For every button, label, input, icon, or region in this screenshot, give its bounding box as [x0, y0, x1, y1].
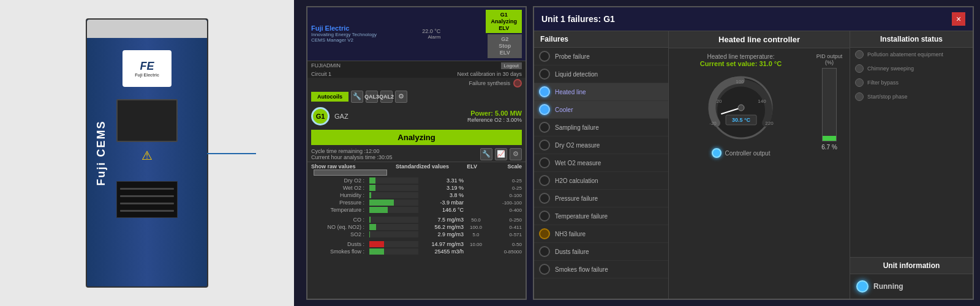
output-label: Controller output: [725, 150, 771, 157]
failure-item[interactable]: Smokes flow failure: [534, 261, 668, 278]
failure-led: [539, 264, 550, 275]
qal2-button[interactable]: QAL2: [380, 91, 393, 103]
hour-analysis: Current hour analysis time :30:05: [311, 154, 393, 160]
fuji-brand-label: Fuji Electric: [135, 73, 159, 77]
unit-info-body: Running: [850, 274, 973, 299]
g1-info: G1 GAZ Power: 5.00 MW Reference O2 : 3.0…: [307, 105, 526, 128]
failure-text: Heated line: [555, 89, 586, 95]
controller-column: Heated line controller Heated line tempe…: [669, 31, 850, 299]
failure-item[interactable]: Dusts failure: [534, 243, 668, 261]
g1-button[interactable]: G1 Analyzing ELV: [486, 10, 522, 33]
set-val: 31.0 °C: [759, 60, 782, 67]
username: FUJIADMIN: [311, 62, 341, 69]
analyzing-button[interactable]: Analyzing: [311, 130, 522, 145]
data-row: Wet O2 : 3.19 % 0-25: [307, 184, 526, 192]
right-body: Failures Probe failure Liquid detection …: [534, 31, 973, 299]
row-value: 7.5 mg/m3: [421, 217, 464, 223]
row-value: 146.6 °C: [421, 207, 464, 213]
elv-col-label: ELV: [458, 163, 487, 176]
alarm-label: Alarm: [428, 34, 440, 40]
row-label: Wet O2 :: [311, 185, 369, 191]
data-row: NO (eq. NO2) : 56.2 mg/m3 100.0 0-411: [307, 223, 526, 231]
raw-toggle[interactable]: [314, 170, 387, 176]
row-label: SO2 :: [311, 231, 369, 237]
install-text: Pollution abatement equipment: [867, 51, 943, 58]
gauge-area: Heated line temperature: Current set val…: [674, 53, 808, 294]
svg-text:100: 100: [736, 79, 744, 84]
tools-icon[interactable]: 🔧: [480, 148, 492, 160]
failure-item[interactable]: Sampling failure: [534, 119, 668, 136]
auto-button[interactable]: Autocoils: [311, 92, 349, 102]
failure-led: [539, 193, 550, 204]
failure-text: Dry O2 measure: [555, 142, 600, 149]
row-elv: 100.0: [464, 225, 488, 230]
g2-btn-elv: ELV: [492, 50, 517, 56]
row-value: 3.8 %: [421, 192, 464, 198]
set-value: Current set value: 31.0 °C: [700, 60, 782, 67]
data-row: Pressure : -3.9 mbar -100-100: [307, 199, 526, 206]
failure-item[interactable]: Temperature failure: [534, 207, 668, 225]
install-item: Chimney sweeping: [850, 62, 973, 76]
pid-value: 6.7 %: [821, 144, 837, 151]
header-temps: 22.0 °C Alarm: [422, 28, 440, 40]
row-value: 3.19 %: [421, 185, 464, 191]
g2-button[interactable]: G2 Stop ELV: [488, 34, 522, 58]
equipment-cabinet: FE Fuji Electric ⚠ Fuji CEMS: [86, 18, 208, 288]
failure-item[interactable]: Cooler: [534, 101, 668, 119]
data-row: Smokes flow : 25455 m3/h 0-85000: [307, 248, 526, 255]
failure-led: [539, 104, 550, 115]
row-label: Temperature :: [311, 207, 369, 213]
failure-item[interactable]: Dry O2 measure: [534, 136, 668, 154]
gear-icon[interactable]: ⚙: [510, 148, 522, 160]
fuji-cems-label: Fuji CEMS: [95, 121, 108, 186]
failure-text: Cooler: [555, 106, 573, 113]
svg-text:-20: -20: [709, 121, 717, 126]
row-scale: 0-571: [488, 232, 522, 237]
failure-item[interactable]: Liquid detection: [534, 65, 668, 83]
failure-item[interactable]: Heated line: [534, 83, 668, 101]
install-item: Filter bypass: [850, 76, 973, 90]
g1-btn-status: Analyzing: [491, 18, 517, 25]
unit-info-section: Unit information Running: [850, 258, 973, 299]
svg-text:30.5 °C: 30.5 °C: [731, 117, 750, 123]
failure-led: [539, 140, 550, 151]
failure-item[interactable]: NH3 failure: [534, 225, 668, 243]
g1-btn-elv: ELV: [491, 25, 517, 32]
std-values-label: Standardized values: [387, 163, 458, 176]
failure-item[interactable]: H2O calculation: [534, 172, 668, 190]
power-value: Power: 5.00 MW: [467, 110, 522, 117]
qal3-button[interactable]: QAL3: [366, 91, 378, 103]
failure-item[interactable]: Probe failure: [534, 48, 668, 65]
cycle-time: Cycle time remaining :12:00: [311, 148, 393, 154]
failure-led: [539, 175, 550, 186]
svg-text:20: 20: [716, 99, 722, 104]
running-led: [856, 280, 869, 293]
data-rows: Dry O2 : 3.31 % 0-25 Wet O2 : 3.19 % 0-2…: [307, 177, 526, 255]
g2-btn-label: G2: [492, 36, 517, 43]
failure-item[interactable]: Wet O2 measure: [534, 154, 668, 172]
failure-text: Probe failure: [555, 53, 590, 60]
ref-o2: Reference O2 : 3.00%: [467, 117, 522, 123]
raw-values-label: Show raw values: [311, 163, 387, 176]
settings-icon[interactable]: ⚙: [395, 91, 407, 103]
scada-panel: Fuji Electric Innovating Energy Technolo…: [306, 6, 527, 300]
failure-item[interactable]: Pressure failure: [534, 190, 668, 207]
vent-line-3: [120, 203, 174, 204]
row-bar: [369, 207, 418, 213]
row-scale: 0-400: [488, 207, 522, 213]
install-item: Pollution abatement equipment: [850, 48, 973, 62]
data-row: Dry O2 : 3.31 % 0-25: [307, 177, 526, 184]
svg-text:220: 220: [765, 121, 774, 126]
pid-label: PID output (%): [814, 53, 845, 65]
fuji-brand-name: Fuji Electric: [311, 24, 377, 32]
chart-icon[interactable]: 📈: [495, 148, 507, 160]
gauge-svg: -20 20 100 140 220 30.5 °C: [704, 71, 778, 144]
logout-button[interactable]: Logout: [501, 62, 522, 69]
close-button[interactable]: ×: [952, 12, 965, 26]
row-scale: 0-250: [488, 217, 522, 223]
wrench-icon[interactable]: 🔧: [351, 91, 363, 103]
vent-line-4: [120, 210, 174, 212]
cabinet-vent: [116, 181, 178, 218]
data-row: SO2 : 2.9 mg/m3 5.0 0-571: [307, 231, 526, 238]
cabinet-top: [87, 20, 207, 38]
